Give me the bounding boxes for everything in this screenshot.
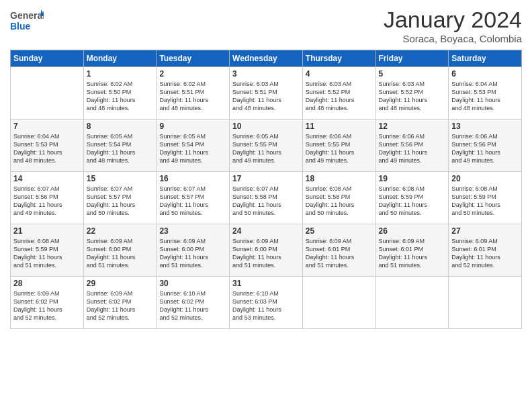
day-number: 21	[13, 226, 81, 236]
day-cell: 12Sunrise: 6:06 AMSunset: 5:56 PMDayligh…	[375, 120, 449, 172]
cell-content: Sunrise: 6:07 AMSunset: 5:57 PMDaylight:…	[159, 185, 226, 218]
header: General Blue January 2024 Soraca, Boyaca…	[10, 7, 522, 44]
day-number: 3	[232, 69, 300, 79]
cell-content: Sunrise: 6:03 AMSunset: 5:51 PMDaylight:…	[232, 80, 300, 113]
day-cell: 9Sunrise: 6:05 AMSunset: 5:54 PMDaylight…	[157, 120, 230, 172]
day-cell: 27Sunrise: 6:09 AMSunset: 6:01 PMDayligh…	[449, 224, 522, 277]
day-number: 24	[232, 226, 300, 236]
day-number: 6	[451, 69, 519, 79]
day-cell: 1Sunrise: 6:02 AMSunset: 5:50 PMDaylight…	[83, 67, 157, 120]
day-cell: 26Sunrise: 6:09 AMSunset: 6:01 PMDayligh…	[375, 224, 449, 277]
header-day-wednesday: Wednesday	[230, 50, 303, 67]
day-cell	[11, 67, 84, 120]
day-number: 13	[451, 122, 519, 131]
cell-content: Sunrise: 6:03 AMSunset: 5:52 PMDaylight:…	[306, 80, 373, 113]
header-day-thursday: Thursday	[302, 50, 375, 67]
day-cell: 2Sunrise: 6:02 AMSunset: 5:51 PMDaylight…	[157, 67, 230, 120]
subtitle: Soraca, Boyaca, Colombia	[384, 33, 522, 44]
day-number: 8	[87, 122, 154, 131]
week-row-1: 1Sunrise: 6:02 AMSunset: 5:50 PMDaylight…	[11, 67, 522, 120]
header-day-tuesday: Tuesday	[157, 50, 230, 67]
cell-content: Sunrise: 6:05 AMSunset: 5:54 PMDaylight:…	[87, 132, 154, 165]
day-cell: 5Sunrise: 6:03 AMSunset: 5:52 PMDaylight…	[375, 67, 449, 120]
title-block: January 2024 Soraca, Boyaca, Colombia	[384, 7, 522, 44]
day-cell	[449, 277, 522, 329]
day-cell: 29Sunrise: 6:09 AMSunset: 6:02 PMDayligh…	[83, 277, 157, 329]
day-number: 11	[306, 122, 373, 131]
cell-content: Sunrise: 6:06 AMSunset: 5:55 PMDaylight:…	[306, 132, 373, 165]
day-cell: 25Sunrise: 6:09 AMSunset: 6:01 PMDayligh…	[302, 224, 375, 277]
day-cell: 11Sunrise: 6:06 AMSunset: 5:55 PMDayligh…	[302, 120, 375, 172]
day-cell: 18Sunrise: 6:08 AMSunset: 5:58 PMDayligh…	[302, 172, 375, 224]
day-cell: 17Sunrise: 6:07 AMSunset: 5:58 PMDayligh…	[230, 172, 303, 224]
day-number: 30	[159, 279, 226, 288]
svg-text:Blue: Blue	[10, 21, 31, 32]
day-cell: 14Sunrise: 6:07 AMSunset: 5:56 PMDayligh…	[11, 172, 84, 224]
day-number: 15	[87, 174, 154, 183]
day-number: 4	[306, 69, 373, 79]
day-cell: 7Sunrise: 6:04 AMSunset: 5:53 PMDaylight…	[11, 120, 84, 172]
day-number: 20	[451, 174, 519, 183]
day-number: 25	[306, 226, 373, 236]
day-cell: 20Sunrise: 6:08 AMSunset: 5:59 PMDayligh…	[449, 172, 522, 224]
day-number: 23	[159, 226, 226, 236]
cell-content: Sunrise: 6:09 AMSunset: 6:02 PMDaylight:…	[13, 289, 81, 322]
cell-content: Sunrise: 6:08 AMSunset: 5:58 PMDaylight:…	[306, 185, 373, 218]
day-number: 28	[13, 279, 81, 288]
header-day-sunday: Sunday	[11, 50, 84, 67]
cell-content: Sunrise: 6:07 AMSunset: 5:57 PMDaylight:…	[87, 185, 154, 218]
day-cell: 24Sunrise: 6:09 AMSunset: 6:00 PMDayligh…	[230, 224, 303, 277]
cell-content: Sunrise: 6:06 AMSunset: 5:56 PMDaylight:…	[379, 132, 446, 165]
day-number: 17	[232, 174, 300, 183]
cell-content: Sunrise: 6:07 AMSunset: 5:56 PMDaylight:…	[13, 185, 81, 218]
svg-text:General: General	[10, 10, 44, 21]
logo-svg: General Blue	[10, 7, 44, 35]
day-cell: 15Sunrise: 6:07 AMSunset: 5:57 PMDayligh…	[83, 172, 157, 224]
day-cell: 19Sunrise: 6:08 AMSunset: 5:59 PMDayligh…	[375, 172, 449, 224]
day-cell: 10Sunrise: 6:05 AMSunset: 5:55 PMDayligh…	[230, 120, 303, 172]
cell-content: Sunrise: 6:09 AMSunset: 6:01 PMDaylight:…	[306, 237, 373, 270]
day-cell: 31Sunrise: 6:10 AMSunset: 6:03 PMDayligh…	[230, 277, 303, 329]
cell-content: Sunrise: 6:09 AMSunset: 6:00 PMDaylight:…	[232, 237, 300, 270]
cell-content: Sunrise: 6:05 AMSunset: 5:54 PMDaylight:…	[159, 132, 226, 165]
week-row-5: 28Sunrise: 6:09 AMSunset: 6:02 PMDayligh…	[11, 277, 522, 329]
cell-content: Sunrise: 6:09 AMSunset: 6:00 PMDaylight:…	[159, 237, 226, 270]
day-number: 12	[379, 122, 446, 131]
cell-content: Sunrise: 6:08 AMSunset: 5:59 PMDaylight:…	[13, 237, 81, 270]
cell-content: Sunrise: 6:02 AMSunset: 5:50 PMDaylight:…	[87, 80, 154, 113]
cell-content: Sunrise: 6:09 AMSunset: 6:02 PMDaylight:…	[87, 289, 154, 322]
day-cell: 16Sunrise: 6:07 AMSunset: 5:57 PMDayligh…	[157, 172, 230, 224]
day-number: 9	[159, 122, 226, 131]
week-row-4: 21Sunrise: 6:08 AMSunset: 5:59 PMDayligh…	[11, 224, 522, 277]
month-title: January 2024	[384, 7, 522, 33]
day-number: 26	[379, 226, 446, 236]
day-number: 16	[159, 174, 226, 183]
day-cell: 23Sunrise: 6:09 AMSunset: 6:00 PMDayligh…	[157, 224, 230, 277]
cell-content: Sunrise: 6:03 AMSunset: 5:52 PMDaylight:…	[379, 80, 446, 113]
cell-content: Sunrise: 6:05 AMSunset: 5:55 PMDaylight:…	[232, 132, 300, 165]
cell-content: Sunrise: 6:02 AMSunset: 5:51 PMDaylight:…	[159, 80, 226, 113]
day-number: 1	[87, 69, 154, 79]
calendar-page: General Blue January 2024 Soraca, Boyaca…	[0, 0, 532, 411]
cell-content: Sunrise: 6:08 AMSunset: 5:59 PMDaylight:…	[379, 185, 446, 218]
cell-content: Sunrise: 6:09 AMSunset: 6:01 PMDaylight:…	[379, 237, 446, 270]
cell-content: Sunrise: 6:04 AMSunset: 5:53 PMDaylight:…	[13, 132, 81, 165]
cell-content: Sunrise: 6:10 AMSunset: 6:03 PMDaylight:…	[232, 289, 300, 322]
calendar-table: SundayMondayTuesdayWednesdayThursdayFrid…	[10, 50, 522, 329]
day-number: 31	[232, 279, 300, 288]
day-cell	[375, 277, 449, 329]
header-day-monday: Monday	[83, 50, 157, 67]
cell-content: Sunrise: 6:07 AMSunset: 5:58 PMDaylight:…	[232, 185, 300, 218]
day-cell: 28Sunrise: 6:09 AMSunset: 6:02 PMDayligh…	[11, 277, 84, 329]
day-number: 7	[13, 122, 81, 131]
header-row: SundayMondayTuesdayWednesdayThursdayFrid…	[11, 50, 522, 67]
day-cell	[302, 277, 375, 329]
logo: General Blue	[10, 7, 44, 35]
cell-content: Sunrise: 6:09 AMSunset: 6:01 PMDaylight:…	[451, 237, 519, 270]
day-cell: 22Sunrise: 6:09 AMSunset: 6:00 PMDayligh…	[83, 224, 157, 277]
cell-content: Sunrise: 6:09 AMSunset: 6:00 PMDaylight:…	[87, 237, 154, 270]
day-number: 18	[306, 174, 373, 183]
day-number: 29	[87, 279, 154, 288]
cell-content: Sunrise: 6:04 AMSunset: 5:53 PMDaylight:…	[451, 80, 519, 113]
day-cell: 30Sunrise: 6:10 AMSunset: 6:02 PMDayligh…	[157, 277, 230, 329]
